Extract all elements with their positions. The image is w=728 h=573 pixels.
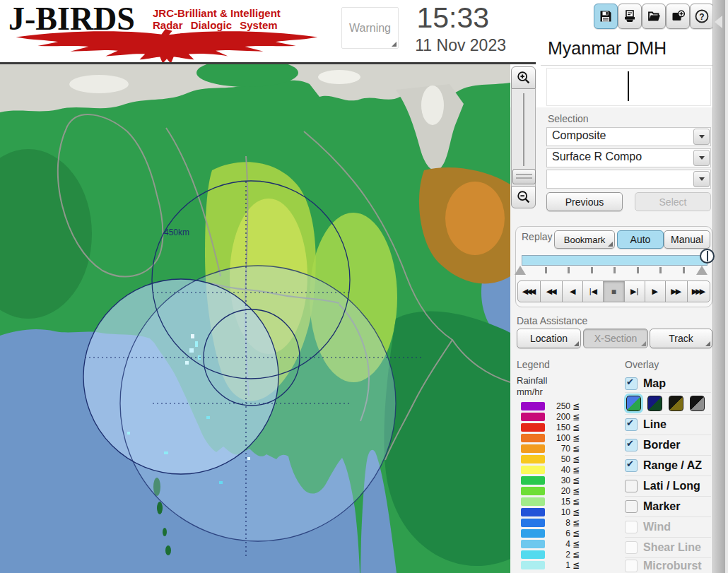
- legend-value: 250: [548, 401, 570, 411]
- stop-button[interactable]: ■: [603, 280, 624, 302]
- previous-button[interactable]: Previous: [546, 192, 623, 211]
- svg-text:?: ?: [699, 12, 704, 22]
- product-dropdown-button[interactable]: [693, 150, 710, 166]
- manual-mode-button[interactable]: Manual: [664, 230, 710, 249]
- timeline-tick: [683, 267, 685, 273]
- snow-patch: [69, 75, 129, 93]
- replay-timeline-track[interactable]: [522, 255, 708, 266]
- legend-color-swatch: [521, 466, 545, 474]
- map-style-1-swatch[interactable]: [626, 396, 641, 411]
- product-dropdown-value: Surface R Compo: [547, 149, 693, 167]
- overlay-item-label: Range / AZ: [643, 459, 702, 472]
- fast-forward-3x-button[interactable]: ▶▶▶: [687, 280, 710, 302]
- border-checkbox[interactable]: [625, 439, 638, 451]
- auto-mode-button[interactable]: Auto: [617, 230, 664, 249]
- legend-value: 150: [548, 423, 570, 432]
- zoom-slider-track[interactable]: [511, 89, 536, 186]
- wind-checkbox[interactable]: [625, 521, 638, 533]
- help-button[interactable]: ?: [690, 4, 714, 29]
- legend-leq: ≦: [573, 465, 580, 475]
- zoom-slider-groove: [523, 93, 524, 166]
- bookmark-button[interactable]: Bookmark: [554, 230, 615, 249]
- x-section-button[interactable]: X-Section: [583, 329, 648, 348]
- legend-value: 4: [548, 539, 570, 549]
- legend-row: 50≦: [517, 454, 594, 464]
- legend-row: 15≦: [517, 496, 594, 507]
- legend-row: 8≦: [517, 517, 594, 528]
- composite-dropdown[interactable]: Composite: [546, 127, 711, 146]
- play-reverse-button[interactable]: ◀: [562, 280, 583, 302]
- zoom-out-icon: [516, 189, 532, 205]
- print-button[interactable]: [618, 4, 642, 29]
- overlay-row-marker: Marker: [625, 497, 711, 517]
- legend-leq: ≦: [573, 528, 580, 538]
- slider-range-marker-left[interactable]: [515, 266, 526, 275]
- legend-row: 100≦: [517, 432, 594, 443]
- overlay-row-map: Map: [625, 374, 711, 393]
- legend-leq: ≦: [573, 507, 580, 517]
- sub-product-dropdown[interactable]: [546, 170, 711, 189]
- map-style-2-swatch[interactable]: [647, 396, 662, 411]
- shear-line-checkbox[interactable]: [625, 541, 638, 554]
- line-checkbox[interactable]: [625, 418, 638, 431]
- fast-forward-button[interactable]: ▶▶: [665, 280, 688, 302]
- bookmark-label: Bookmark: [564, 235, 606, 245]
- legend-row: 150≦: [517, 422, 594, 432]
- logo-tagline-line1: JRC-Brilliant & Intelligent: [153, 7, 281, 19]
- replay-timeline-thumb[interactable]: [700, 249, 715, 264]
- legend-leq: ≦: [573, 518, 580, 528]
- step-forward-button[interactable]: ▶|: [624, 280, 645, 302]
- sub-product-dropdown-button[interactable]: [693, 171, 710, 187]
- data-assistance-label: Data Assistance: [517, 315, 587, 326]
- select-button[interactable]: Select: [635, 192, 711, 211]
- fast-rewind-button[interactable]: ◀◀: [540, 280, 563, 302]
- add-image-button[interactable]: [666, 4, 690, 29]
- product-dropdown[interactable]: Surface R Compo: [546, 148, 711, 167]
- legend-row: 70≦: [517, 443, 594, 454]
- fast-rewind-3x-button[interactable]: ◀◀◀: [517, 280, 541, 302]
- slider-range-marker-right[interactable]: [696, 266, 708, 275]
- location-button[interactable]: Location: [517, 329, 581, 348]
- open-file-button[interactable]: [642, 4, 666, 29]
- microburst-checkbox[interactable]: [625, 560, 638, 572]
- zoom-in-icon: [516, 70, 532, 85]
- map-style-3-swatch[interactable]: [669, 396, 683, 411]
- overlay-row-range-az: Range / AZ: [625, 456, 711, 476]
- composite-dropdown-button[interactable]: [693, 129, 710, 145]
- collapse-arrow-icon[interactable]: [715, 16, 722, 28]
- help-icon: ?: [694, 8, 710, 24]
- legend-color-swatch: [521, 540, 545, 548]
- track-button[interactable]: Track: [650, 329, 712, 348]
- map-canvas[interactable]: 450km: [0, 64, 510, 573]
- overlay-item-label: Border: [643, 439, 680, 451]
- eagle-logo-icon: [7, 28, 327, 64]
- timeline-tick: [591, 267, 593, 273]
- zoom-out-button[interactable]: [511, 186, 536, 208]
- legend-unit-line1: Rainfall: [517, 375, 594, 386]
- zoom-in-button[interactable]: [511, 66, 536, 89]
- marker-checkbox[interactable]: [625, 500, 638, 513]
- legend-row: 1≦: [517, 560, 594, 570]
- legend-color-swatch: [521, 561, 545, 569]
- play-button[interactable]: ▶: [645, 280, 666, 302]
- legend-color-swatch: [521, 497, 545, 506]
- overlay-item-label: Map: [643, 377, 666, 390]
- map-style-4-swatch[interactable]: [690, 396, 705, 411]
- legend-value: 8: [548, 518, 570, 528]
- step-back-button[interactable]: |◀: [582, 280, 604, 302]
- lati-long-checkbox[interactable]: [625, 480, 638, 492]
- add-image-icon: [671, 9, 685, 23]
- legend-value: 70: [548, 444, 570, 454]
- legend-row: 2≦: [517, 549, 594, 560]
- panel-collapse-strip[interactable]: [712, 0, 726, 573]
- zoom-slider-thumb[interactable]: [512, 169, 536, 184]
- legend-leq: ≦: [573, 412, 580, 422]
- divider: [541, 65, 712, 66]
- save-button[interactable]: [594, 4, 618, 29]
- overlay-row-shear-line: Shear Line: [625, 538, 711, 558]
- legend-value: 1: [548, 560, 570, 570]
- map-checkbox[interactable]: [625, 377, 638, 390]
- track-corner-grip-icon: [705, 341, 710, 346]
- composite-dropdown-value: Composite: [547, 128, 693, 146]
- range-az-checkbox[interactable]: [625, 459, 638, 472]
